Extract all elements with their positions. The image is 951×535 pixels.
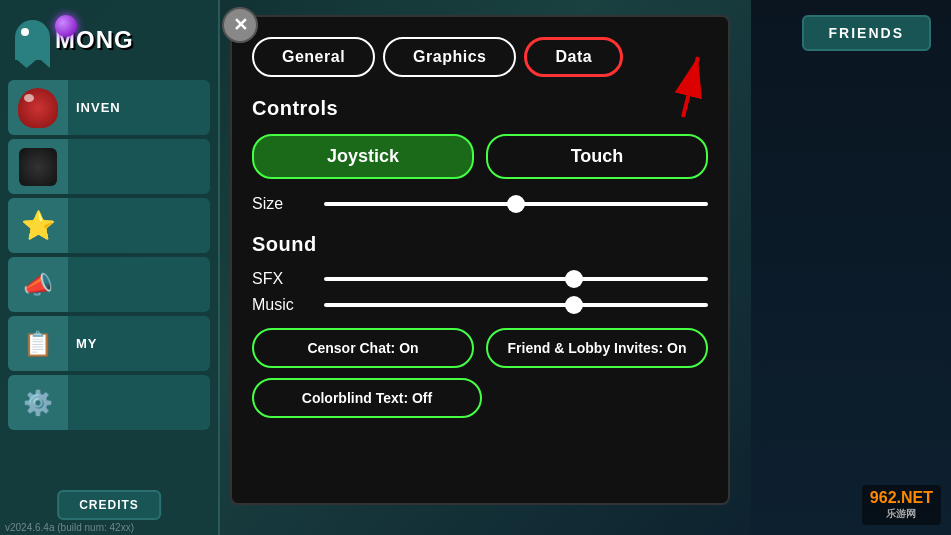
gear-icon: ⚙️ — [23, 389, 53, 417]
megaphone-icon: 📣 — [23, 271, 53, 299]
sound-section-title: Sound — [252, 233, 708, 256]
size-slider-thumb[interactable] — [507, 195, 525, 213]
sidebar-item-black[interactable] — [8, 139, 210, 194]
sound-section: Sound SFX Music — [252, 233, 708, 314]
colorblind-button[interactable]: Colorblind Text: Off — [252, 378, 482, 418]
close-button[interactable]: ✕ — [222, 7, 258, 43]
watermark-sub: 乐游网 — [870, 507, 933, 521]
music-slider-row: Music — [252, 296, 708, 314]
right-game-area — [751, 0, 951, 535]
sfx-slider-row: SFX — [252, 270, 708, 288]
friends-button[interactable]: FRIENDS — [802, 15, 931, 51]
touch-button[interactable]: Touch — [486, 134, 708, 179]
size-slider-row: Size — [252, 195, 708, 213]
sidebar-item-star[interactable]: ⭐ — [8, 198, 210, 253]
size-slider[interactable] — [324, 202, 708, 206]
tab-general[interactable]: General — [252, 37, 375, 77]
controls-section-title: Controls — [252, 97, 708, 120]
controls-buttons: Joystick Touch — [252, 134, 708, 179]
book-icon: 📋 — [23, 330, 53, 358]
sidebar-item-inventory[interactable]: INVEN — [8, 80, 210, 135]
sidebar-items: INVEN ⭐ 📣 📋 MY — [0, 80, 218, 430]
music-slider-thumb[interactable] — [565, 296, 583, 314]
inventory-icon-bg — [8, 80, 68, 135]
star-icon-bg: ⭐ — [8, 198, 68, 253]
sfx-label: SFX — [252, 270, 312, 288]
sidebar-item-6[interactable]: ⚙️ — [8, 375, 210, 430]
inventory-label: INVEN — [68, 100, 121, 115]
black-item-icon-bg — [8, 139, 68, 194]
music-label: Music — [252, 296, 312, 314]
logo-ghost-icon — [15, 20, 50, 60]
logo-area: MONG — [0, 0, 218, 70]
sfx-slider[interactable] — [324, 277, 708, 281]
watermark-main: 962.NET — [870, 489, 933, 507]
tab-graphics[interactable]: Graphics — [383, 37, 516, 77]
tabs-container: General Graphics Data — [252, 37, 708, 77]
item6-icon-bg: ⚙️ — [8, 375, 68, 430]
tab-data[interactable]: Data — [524, 37, 623, 77]
black-character-icon — [19, 148, 57, 186]
left-sidebar: MONG INVEN ⭐ 📣 — [0, 0, 220, 535]
friend-lobby-button[interactable]: Friend & Lobby Invites: On — [486, 328, 708, 368]
watermark: 962.NET 乐游网 — [862, 485, 941, 525]
star-icon: ⭐ — [21, 209, 56, 242]
credits-button[interactable]: CREDITS — [57, 490, 161, 520]
size-label: Size — [252, 195, 312, 213]
sfx-slider-thumb[interactable] — [565, 270, 583, 288]
sidebar-item-my[interactable]: 📣 — [8, 257, 210, 312]
settings-modal: ✕ General Graphics Data Controls Joystic… — [230, 15, 730, 505]
toggle-row-1: Censor Chat: On Friend & Lobby Invites: … — [252, 328, 708, 368]
music-slider[interactable] — [324, 303, 708, 307]
item5-icon-bg: 📋 — [8, 316, 68, 371]
red-character-icon — [18, 88, 58, 128]
joystick-button[interactable]: Joystick — [252, 134, 474, 179]
my-icon-bg: 📣 — [8, 257, 68, 312]
censor-chat-button[interactable]: Censor Chat: On — [252, 328, 474, 368]
purple-orb — [55, 15, 77, 37]
sidebar-item-5[interactable]: 📋 MY — [8, 316, 210, 371]
version-text: v2024.6.4a (build num: 42xx) — [5, 522, 134, 533]
my-label: MY — [68, 336, 98, 351]
